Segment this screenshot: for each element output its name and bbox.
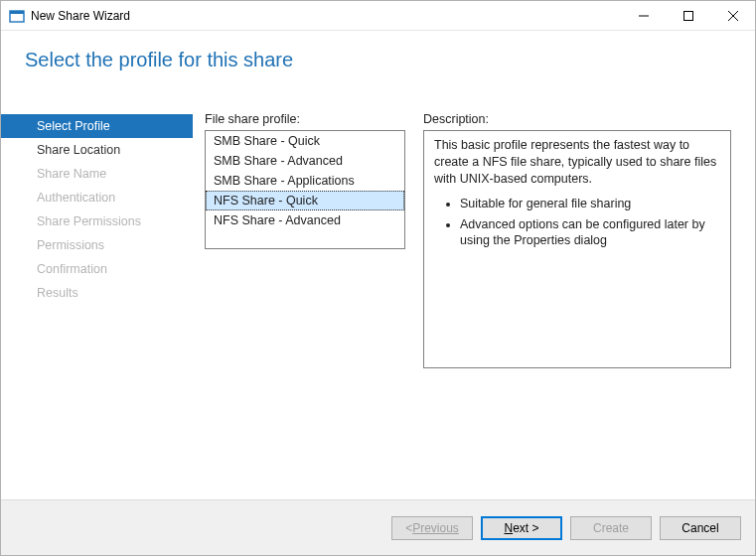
- wizard-step: Share Permissions: [1, 209, 193, 233]
- close-button[interactable]: [710, 1, 755, 30]
- wizard-steps: Select ProfileShare LocationShare NameAu…: [1, 100, 193, 493]
- cancel-button[interactable]: Cancel: [660, 516, 741, 540]
- footer-bar: < Previous Next > Create Cancel: [1, 499, 755, 555]
- wizard-step[interactable]: Share Location: [1, 138, 193, 162]
- description-intro: This basic profile represents the fastes…: [434, 137, 720, 188]
- description-bullet: Suitable for general file sharing: [460, 196, 720, 212]
- description-bullets: Suitable for general file sharingAdvance…: [434, 196, 720, 250]
- minimize-button[interactable]: [621, 1, 666, 30]
- wizard-step: Confirmation: [1, 257, 193, 281]
- app-icon: [9, 8, 25, 24]
- description-bullet: Advanced options can be configured later…: [460, 216, 720, 250]
- window-title: New Share Wizard: [31, 9, 621, 23]
- description-box: This basic profile represents the fastes…: [423, 130, 731, 368]
- wizard-step: Results: [1, 281, 193, 305]
- profile-item[interactable]: SMB Share - Applications: [206, 171, 404, 191]
- svg-rect-3: [683, 11, 692, 20]
- window-buttons: [621, 1, 755, 30]
- profile-item[interactable]: NFS Share - Quick: [206, 191, 404, 210]
- content-panel: File share profile: SMB Share - QuickSMB…: [193, 100, 731, 493]
- profile-column: File share profile: SMB Share - QuickSMB…: [205, 112, 405, 493]
- profile-item[interactable]: SMB Share - Quick: [206, 131, 404, 151]
- wizard-step: Permissions: [1, 233, 193, 257]
- profile-item[interactable]: SMB Share - Advanced: [206, 151, 404, 171]
- main-panel: Select ProfileShare LocationShare NameAu…: [1, 100, 755, 493]
- previous-button[interactable]: < Previous: [391, 516, 473, 540]
- profile-list[interactable]: SMB Share - QuickSMB Share - AdvancedSMB…: [205, 130, 405, 249]
- wizard-step: Share Name: [1, 162, 193, 186]
- title-bar: New Share Wizard: [1, 1, 755, 31]
- header-panel: Select the profile for this share: [1, 31, 755, 100]
- create-button[interactable]: Create: [570, 516, 652, 540]
- description-label: Description:: [423, 112, 731, 126]
- wizard-step[interactable]: Select Profile: [1, 114, 193, 138]
- profile-item[interactable]: NFS Share - Advanced: [206, 210, 404, 230]
- profile-list-label: File share profile:: [205, 112, 405, 126]
- maximize-button[interactable]: [666, 1, 710, 30]
- description-column: Description: This basic profile represen…: [423, 112, 731, 493]
- page-heading: Select the profile for this share: [25, 49, 755, 71]
- next-button[interactable]: Next >: [481, 516, 562, 540]
- svg-rect-1: [10, 11, 24, 14]
- wizard-step: Authentication: [1, 186, 193, 209]
